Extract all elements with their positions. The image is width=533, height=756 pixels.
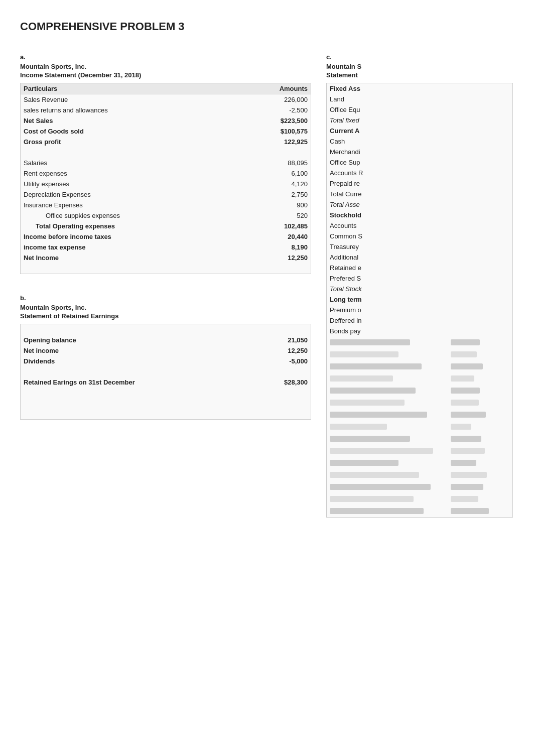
table-row-spacer: [327, 469, 512, 481]
row-amount: -2,500: [224, 105, 311, 115]
redacted-bar: [330, 363, 422, 369]
redacted-bar: [330, 375, 393, 382]
col-amounts: Amounts: [224, 83, 311, 94]
table-row-spacer: [21, 366, 311, 377]
row-label: Net income: [21, 345, 224, 356]
table-row: Opening balance 21,050: [21, 335, 311, 345]
retained-earnings-table-container: Opening balance 21,050 Net income 12,250…: [20, 324, 311, 420]
table-row: Accounts: [327, 220, 512, 231]
section-a: a. Mountain Sports, Inc. Income Statemen…: [20, 53, 311, 274]
table-row-spacer: [327, 445, 512, 457]
table-row-spacer: [21, 388, 311, 398]
redacted-bar: [451, 412, 486, 418]
row-amount: 21,050: [224, 335, 311, 345]
redacted-bar: [451, 400, 479, 406]
redacted-bar: [451, 460, 477, 466]
table-row-spacer: [327, 493, 512, 505]
retained-earnings-table: Opening balance 21,050 Net income 12,250…: [21, 324, 311, 419]
section-c-title: Statement: [326, 71, 513, 79]
right-panel: c. Mountain S Statement Fixed Ass Land O…: [311, 53, 513, 520]
row-amount: [448, 241, 513, 252]
row-amount: [448, 252, 513, 263]
redacted-bar: [330, 400, 405, 406]
table-row: Office Equ: [327, 104, 512, 115]
row-label: Accounts: [327, 220, 448, 231]
row-label: sales returns and allowances: [21, 105, 224, 115]
table-row: Retained e: [327, 263, 512, 273]
row-label: Insurance Expenses: [21, 200, 224, 210]
table-row: Prefered S: [327, 273, 512, 284]
redacted-bar: [330, 508, 424, 514]
table-row-spacer: [327, 360, 512, 372]
income-statement-table-container: Particulars Amounts Sales Revenue 226,00…: [20, 83, 311, 274]
row-label: Salaries: [21, 158, 224, 168]
row-label: Cost of Goods sold: [21, 126, 224, 137]
income-table-header: Particulars Amounts: [21, 83, 311, 94]
content-wrapper: a. Mountain Sports, Inc. Income Statemen…: [20, 53, 513, 520]
total-current-label: Total Curre: [327, 189, 448, 199]
redacted-bar: [451, 484, 484, 490]
row-amount: [448, 136, 513, 147]
row-amount: [448, 157, 513, 168]
row-amount: [448, 231, 513, 241]
table-row: Salaries 88,095: [21, 158, 311, 168]
row-amount: 20,440: [224, 231, 311, 242]
row-label: Premium o: [327, 305, 448, 315]
row-amount: [448, 199, 513, 210]
row-label: Cash: [327, 136, 448, 147]
row-amount: 122,925: [224, 137, 311, 147]
row-amount: [448, 326, 513, 336]
table-row-spacer: [21, 409, 311, 419]
row-label: Dividends: [21, 356, 224, 366]
table-row: income tax expense 8,190: [21, 242, 311, 253]
stockholders-header: Stockhold: [327, 210, 448, 220]
table-row: Cost of Goods sold $100,575: [21, 126, 311, 137]
table-row: Net income 12,250: [21, 345, 311, 356]
long-term-header: Long term: [327, 294, 448, 305]
table-row: sales returns and allowances -2,500: [21, 105, 311, 115]
row-amount: [448, 220, 513, 231]
page-title: COMPREHENSIVE PROBLEM 3: [20, 20, 513, 33]
table-row: [21, 147, 311, 158]
redacted-bar: [451, 363, 483, 369]
row-amount: 12,250: [224, 345, 311, 356]
row-label: Rent expenses: [21, 168, 224, 179]
row-amount: $28,300: [224, 377, 311, 388]
table-row: Office Sup: [327, 157, 512, 168]
section-c-label: c.: [326, 53, 513, 61]
row-label: Prepaid re: [327, 178, 448, 189]
table-row: Deffered in: [327, 315, 512, 326]
row-amount: $100,575: [224, 126, 311, 137]
row-amount: [448, 178, 513, 189]
row-amount: [448, 294, 513, 305]
total-fixed-label: Total fixed: [327, 115, 448, 125]
row-amount: 12,250: [224, 253, 311, 263]
row-label: [21, 147, 224, 158]
redacted-bar: [451, 496, 478, 502]
current-assets-header: Current A: [327, 125, 448, 136]
section-b-label: b.: [20, 294, 311, 302]
row-amount: [224, 147, 311, 158]
row-label: Depreciation Expenses: [21, 189, 224, 200]
table-row: Stockhold: [327, 210, 512, 220]
redacted-bar: [330, 460, 398, 466]
redacted-bar: [330, 351, 398, 357]
row-label: Merchandi: [327, 147, 448, 157]
row-amount: 4,120: [224, 179, 311, 189]
redacted-bar: [330, 448, 433, 454]
row-amount: -5,000: [224, 356, 311, 366]
redacted-bar: [330, 412, 427, 418]
table-row: Retained Earings on 31st December $28,30…: [21, 377, 311, 388]
table-row: Rent expenses 6,100: [21, 168, 311, 179]
row-label: Net Income: [21, 253, 224, 263]
table-row-spacer: [327, 421, 512, 433]
row-label: Retained Earings on 31st December: [21, 377, 224, 388]
row-amount: [448, 168, 513, 178]
table-row-spacer: [327, 348, 512, 360]
table-row: Utility expenses 4,120: [21, 179, 311, 189]
table-row-spacer: [327, 433, 512, 445]
redacted-bar: [330, 339, 410, 345]
row-label: Sales Revenue: [21, 94, 224, 105]
row-amount: 2,750: [224, 189, 311, 200]
table-row: Accounts R: [327, 168, 512, 178]
